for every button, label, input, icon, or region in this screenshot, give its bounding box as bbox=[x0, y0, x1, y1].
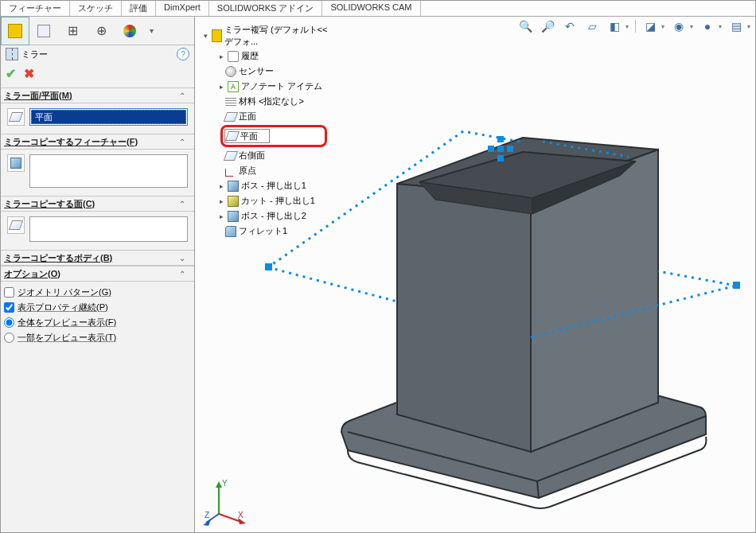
expand-icon[interactable]: ▾ bbox=[203, 32, 209, 40]
previous-view-icon[interactable]: ↶ bbox=[562, 18, 578, 34]
collapse-icon: ⌃ bbox=[177, 270, 188, 278]
hierarchy-icon: ⊞ bbox=[68, 23, 78, 38]
opt-geometry-pattern-label: ジオメトリ パターン(G) bbox=[18, 286, 111, 298]
part-icon bbox=[212, 29, 222, 42]
axis-z-label: Z bbox=[205, 511, 209, 519]
faces-selection[interactable] bbox=[29, 216, 188, 242]
hide-show-icon[interactable]: ◉ bbox=[671, 18, 687, 34]
section-features-header[interactable]: ミラーコピーするフィーチャー(F) ⌃ bbox=[1, 134, 194, 150]
apply-scene-icon[interactable]: ▤ bbox=[728, 18, 744, 34]
face-icon bbox=[9, 220, 23, 230]
tab-addins[interactable]: SOLIDWORKS アドイン bbox=[209, 1, 323, 16]
svg-marker-12 bbox=[203, 519, 211, 526]
pm-tab-target[interactable]: ⊕ bbox=[87, 17, 115, 45]
dropdown-icon[interactable]: ▾ bbox=[625, 23, 629, 30]
collapse-icon: ⌃ bbox=[177, 91, 188, 100]
opt-preview-full[interactable] bbox=[4, 317, 14, 328]
ok-button[interactable]: ✔ bbox=[6, 66, 16, 81]
display-style-icon[interactable]: ◪ bbox=[642, 18, 658, 34]
opt-preview-partial-label: 一部をプレビュー表示(T) bbox=[18, 332, 116, 344]
section-faces-header[interactable]: ミラーコピーする面(C) ⌃ bbox=[1, 196, 194, 212]
graphics-viewport[interactable]: 🔍 🔎 ↶ ▱ ◧▾ ◪▾ ◉▾ ●▾ ▤▾ ▾ ミラー複写 (デフォルト<<デ… bbox=[195, 17, 755, 532]
pm-confirm-row: ✔ ✖ bbox=[1, 63, 194, 88]
solid-icon bbox=[10, 158, 21, 169]
opt-preview-full-label: 全体をプレビュー表示(F) bbox=[18, 317, 116, 329]
tree-root-row[interactable]: ▾ ミラー複写 (デフォルト<<デフォ... bbox=[198, 23, 333, 49]
pm-tab-appearance[interactable] bbox=[115, 17, 144, 45]
section-faces-label: ミラーコピーする面(C) bbox=[4, 198, 177, 210]
section-view-icon[interactable]: ▱ bbox=[584, 18, 600, 34]
axis-y-label: Y bbox=[222, 479, 228, 488]
cancel-button[interactable]: ✖ bbox=[24, 66, 34, 81]
pm-header-icons: ⊞ ⊕ ▾ bbox=[1, 17, 194, 45]
svg-rect-3 bbox=[497, 146, 504, 152]
section-mirror-plane-label: ミラー面/平面(M) bbox=[4, 90, 177, 102]
section-bodies-label: ミラーコピーするボディ(B) bbox=[4, 252, 177, 264]
svg-rect-0 bbox=[733, 282, 740, 289]
property-manager: ⊞ ⊕ ▾ ミラー ? ✔ ✖ ミラー面/平面(M) ⌃ bbox=[1, 17, 195, 532]
heads-up-toolbar: 🔍 🔎 ↶ ▱ ◧▾ ◪▾ ◉▾ ●▾ ▤▾ bbox=[517, 18, 750, 34]
zoom-fit-icon[interactable]: 🔍 bbox=[517, 18, 533, 34]
command-manager-tabs: フィーチャー スケッチ 評価 DimXpert SOLIDWORKS アドイン … bbox=[1, 1, 755, 17]
svg-rect-2 bbox=[488, 146, 494, 152]
section-bodies-header[interactable]: ミラーコピーするボディ(B) ⌄ bbox=[1, 250, 194, 266]
collapse-icon: ⌃ bbox=[177, 200, 188, 208]
section-features-label: ミラーコピーするフィーチャー(F) bbox=[4, 136, 177, 148]
view-orientation-icon[interactable]: ◧ bbox=[606, 18, 622, 34]
pm-titlebar: ミラー ? bbox=[1, 45, 194, 63]
target-icon: ⊕ bbox=[96, 23, 107, 38]
pm-tab-feature[interactable] bbox=[1, 17, 29, 45]
axis-x-label: X bbox=[238, 511, 244, 519]
tab-evaluate[interactable]: 評価 bbox=[122, 1, 156, 16]
selected-plane-item[interactable]: 平面 bbox=[31, 110, 186, 124]
pm-tab-display[interactable]: ⊞ bbox=[58, 17, 87, 45]
edit-appearance-icon[interactable]: ● bbox=[699, 18, 715, 34]
svg-rect-6 bbox=[497, 155, 504, 161]
mirror-icon bbox=[6, 48, 18, 60]
opt-inherit-visual-label: 表示プロパティ継続(P) bbox=[18, 302, 108, 313]
collapse-icon: ⌄ bbox=[177, 254, 188, 263]
svg-rect-4 bbox=[507, 146, 513, 152]
opt-preview-partial[interactable] bbox=[4, 333, 14, 343]
features-selection[interactable] bbox=[29, 154, 188, 188]
dropdown-icon[interactable]: ▾ bbox=[690, 23, 693, 30]
pm-overflow[interactable]: ▾ bbox=[144, 26, 158, 35]
part-rendering bbox=[195, 56, 755, 532]
tab-sketch[interactable]: スケッチ bbox=[70, 1, 122, 16]
tab-features[interactable]: フィーチャー bbox=[1, 1, 70, 16]
pm-tab-config[interactable] bbox=[29, 17, 58, 45]
tree-root-label: ミラー複写 (デフォルト<<デフォ... bbox=[224, 24, 332, 48]
svg-rect-1 bbox=[265, 263, 272, 270]
section-mirror-plane-header[interactable]: ミラー面/平面(M) ⌃ bbox=[1, 88, 194, 103]
section-options-label: オプション(O) bbox=[4, 268, 177, 280]
dropdown-icon[interactable]: ▾ bbox=[661, 23, 664, 30]
section-options-header[interactable]: オプション(O) ⌃ bbox=[1, 266, 194, 282]
pm-title: ミラー bbox=[21, 49, 177, 60]
help-icon[interactable]: ? bbox=[177, 48, 189, 60]
feature-icon bbox=[8, 24, 22, 38]
plane-select-icon bbox=[7, 108, 25, 126]
separator bbox=[635, 20, 636, 33]
zoom-area-icon[interactable]: 🔎 bbox=[540, 18, 555, 34]
svg-marker-8 bbox=[216, 481, 222, 488]
dropdown-icon[interactable]: ▾ bbox=[719, 23, 722, 30]
mirror-plane-selection[interactable]: 平面 bbox=[29, 108, 188, 126]
config-icon bbox=[37, 25, 50, 37]
svg-rect-5 bbox=[497, 136, 504, 142]
opt-geometry-pattern[interactable] bbox=[4, 287, 14, 298]
collapse-icon: ⌃ bbox=[177, 138, 188, 146]
plane-icon bbox=[9, 112, 23, 122]
appearance-icon bbox=[123, 25, 136, 37]
tab-cam[interactable]: SOLIDWORKS CAM bbox=[322, 1, 420, 16]
face-select-icon bbox=[7, 216, 25, 234]
opt-inherit-visual[interactable] bbox=[4, 302, 14, 313]
tab-dimxpert[interactable]: DimXpert bbox=[156, 1, 209, 16]
orientation-triad[interactable]: Y X Z bbox=[203, 478, 251, 526]
feature-select-icon bbox=[7, 154, 25, 172]
dropdown-icon[interactable]: ▾ bbox=[747, 23, 750, 30]
